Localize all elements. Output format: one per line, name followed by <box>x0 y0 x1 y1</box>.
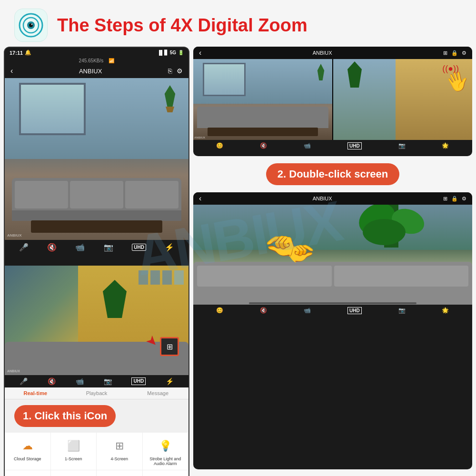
lock-icon-dual[interactable]: 🔒 <box>451 50 458 56</box>
grid-item-cloud-storage[interactable]: ☁ Cloud Storage <box>5 433 51 470</box>
uhd-button[interactable]: UHD <box>132 244 146 251</box>
record-icon[interactable]: 📹 <box>75 243 85 252</box>
zoom-sofa <box>193 262 472 305</box>
record-zoom[interactable]: 📹 <box>304 307 311 314</box>
dual-view-top-bar: ‹ ANBIUX ⊞ 🔒 ⚙ <box>193 47 472 59</box>
one-screen-label: 1-Screen <box>65 456 82 461</box>
uhd-button-2[interactable]: UHD <box>131 377 146 385</box>
strobe-label: Strobe Light and Audio Alarm <box>145 456 187 466</box>
wifi-icon: 📶 <box>109 58 114 63</box>
phone-second-view: ⊞ ➤ ANBIUX 🎤 🔇 📹 📷 UHD ⚡ <box>4 266 189 387</box>
share-icon[interactable]: ⎘ <box>168 67 172 75</box>
bell-icon: 🔔 <box>25 50 31 56</box>
photo-icon-2[interactable]: 📷 <box>104 377 112 385</box>
settings-icon-dual[interactable]: ⚙ <box>462 50 466 56</box>
left-watermark: ANBIUX <box>194 136 205 139</box>
camera-view: ANBIUX <box>5 78 188 240</box>
svg-point-4 <box>31 24 33 25</box>
click-label-container: 1. Click this iCon <box>5 399 188 433</box>
dual-view-actions: ⊞ 🔒 ⚙ <box>443 50 466 56</box>
lock-icon-zoom[interactable]: 🔒 <box>451 196 458 202</box>
camera-title: ANBIUX <box>79 68 102 75</box>
highlighted-icon-box[interactable]: ⊞ <box>160 337 179 356</box>
grid-item-4screen[interactable]: ⊞ 4-Screen <box>97 433 143 470</box>
face-icon-zoom[interactable]: 😊 <box>216 307 223 314</box>
grid-icon-small: ⊞ <box>167 342 173 351</box>
mute-icon-2[interactable]: 🔇 <box>48 377 56 385</box>
grid-icon-zoom[interactable]: ⊞ <box>443 196 447 202</box>
cushion-1 <box>15 181 68 208</box>
building-windows <box>139 270 184 285</box>
back-icon[interactable]: ‹ <box>10 67 13 75</box>
face-icon-ctrl[interactable]: 😊 <box>216 142 223 149</box>
battery-indicator: 🔋 <box>178 50 184 55</box>
right-sky <box>333 59 396 140</box>
zoom-bg <box>193 205 472 250</box>
grid-item-1screen[interactable]: ⬜ 1-Screen <box>51 433 97 470</box>
grid-item-cruise[interactable]: 📍 Cruise Control <box>143 470 189 476</box>
zoomed-content: 🤏 🤏 <box>193 205 472 305</box>
camera-controls-2: 🎤 🔇 📹 📷 UHD ⚡ <box>5 375 188 387</box>
one-screen-icon: ⬜ <box>65 437 82 455</box>
mic-icon-2[interactable]: 🎤 <box>20 377 28 385</box>
mute-ctrl[interactable]: 🔇 <box>260 142 267 149</box>
left-table <box>208 128 318 136</box>
lightning-icon[interactable]: ⚡ <box>165 243 174 252</box>
settings-icon[interactable]: ⚙ <box>177 67 183 75</box>
step2-label-container: 2. Double-click screen <box>193 160 472 188</box>
cushion-3 <box>125 181 178 208</box>
plant <box>163 85 177 112</box>
network-type: 5G <box>170 50 176 55</box>
grid-item-motion[interactable]: 👁 Motion Tracking <box>51 470 97 476</box>
left-sofa <box>197 107 328 128</box>
camera-controls: 🎤 🔇 📹 📷 UHD ⚡ <box>5 240 188 255</box>
app-tab-bar[interactable]: Real-time Playback Message <box>5 387 188 399</box>
zoom-sofa-cushions <box>193 262 472 290</box>
settings-icon-zoom[interactable]: ⚙ <box>462 196 466 202</box>
zoomed-title: ANBIUX <box>313 196 332 201</box>
step3-label-container: 3. Two fingers to zoom <box>193 473 472 476</box>
signal-bars: ▐▌▊ <box>157 50 168 55</box>
uhd-zoom[interactable]: UHD <box>347 307 362 314</box>
four-screen-icon: ⊞ <box>111 437 128 455</box>
grid-item-strobe[interactable]: 💡 Strobe Light and Audio Alarm <box>143 433 189 470</box>
zoomed-bottom-bar: 😊 🔇 📹 UHD 📷 🌟 <box>193 305 472 317</box>
record-ctrl[interactable]: 📹 <box>304 142 311 149</box>
mic-icon[interactable]: 🎤 <box>19 243 29 252</box>
leaf-3 <box>363 219 406 245</box>
right-column: ‹ ANBIUX ⊞ 🔒 ⚙ ANBIUX <box>193 47 472 476</box>
brightness-zoom[interactable]: 🌟 <box>442 307 449 314</box>
back-icon-dual[interactable]: ‹ <box>199 49 201 57</box>
status-left: 17:11 🔔 <box>10 50 31 56</box>
time-display: 17:11 <box>10 50 23 56</box>
tab-message[interactable]: Message <box>127 389 188 397</box>
zoomed-camera-view: ⊞ ➤ ANBIUX <box>5 266 188 375</box>
tab-playback[interactable]: Playback <box>66 389 128 397</box>
uhd-ctrl[interactable]: UHD <box>347 142 362 149</box>
status-right: ▐▌▊ 5G 🔋 <box>157 50 184 55</box>
brightness-ctrl[interactable]: 🌟 <box>442 142 449 149</box>
tab-realtime[interactable]: Real-time <box>5 389 66 397</box>
grid-icon-dual[interactable]: ⊞ <box>443 50 447 56</box>
grid-item-ptz[interactable]: 🔄 PTZ <box>5 470 51 476</box>
photo-ctrl[interactable]: 📷 <box>398 142 406 149</box>
window <box>19 83 86 135</box>
image-watermark: ANBIUX <box>7 233 22 238</box>
back-icon-zoom[interactable]: ‹ <box>199 194 201 203</box>
photo-icon[interactable]: 📷 <box>104 243 113 252</box>
mute-zoom[interactable]: 🔇 <box>260 307 267 314</box>
living-room-scene: ANBIUX <box>5 78 188 240</box>
tap-indicator: ((●)) <box>442 64 459 74</box>
plant-leaves <box>163 85 177 107</box>
four-screen-label: 4-Screen <box>110 456 128 461</box>
cloud-storage-icon: ☁ <box>19 437 36 455</box>
lightning-icon-2[interactable]: ⚡ <box>166 377 174 385</box>
cushion-2 <box>70 181 123 208</box>
record-icon-2[interactable]: 📹 <box>76 377 84 385</box>
grid-item-favorites[interactable]: ⭐ Favorites <box>97 470 143 476</box>
zoomed-view: ‹ ANBIUX ⊞ 🔒 ⚙ <box>193 192 472 469</box>
sofa-back <box>12 178 181 211</box>
photo-zoom[interactable]: 📷 <box>398 307 406 314</box>
mute-icon[interactable]: 🔇 <box>47 243 57 252</box>
app-drawer: Real-time Playback Message 1. Click this… <box>4 387 189 476</box>
